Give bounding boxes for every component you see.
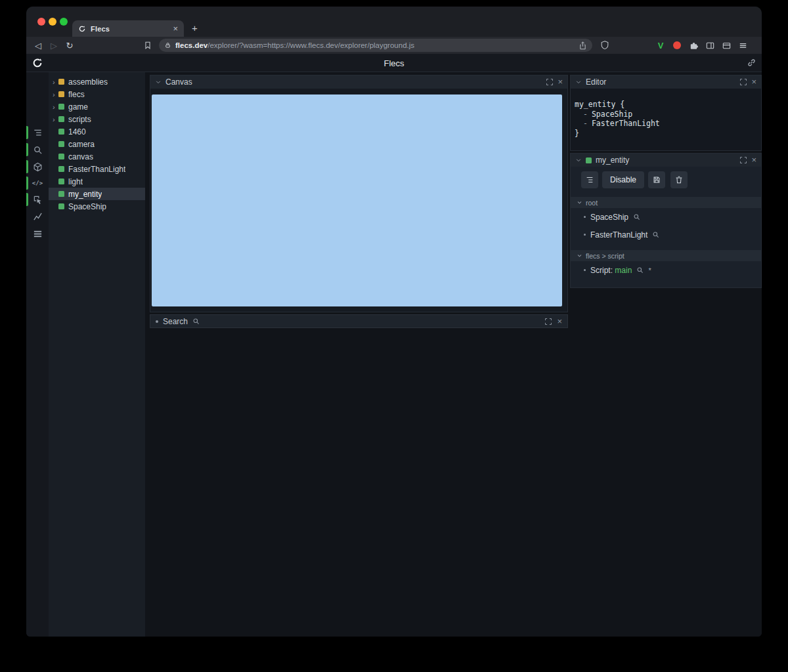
chevron-right-icon[interactable]: › <box>53 104 58 110</box>
entity-color-chip <box>58 191 64 197</box>
wallet-icon[interactable] <box>721 40 732 51</box>
section-flecs-script[interactable]: flecs > script <box>571 250 761 261</box>
search-icon <box>192 318 200 325</box>
canvas-view-button[interactable] <box>26 160 49 173</box>
chevron-down-icon[interactable] <box>577 253 582 259</box>
zoom-window-button[interactable] <box>60 18 68 26</box>
inspect-view-button[interactable] <box>26 193 49 206</box>
browser-tab[interactable]: Flecs × <box>72 20 184 37</box>
entity-color-chip <box>58 166 64 172</box>
menu-icon[interactable] <box>737 40 748 51</box>
script-asterisk-icon[interactable]: * <box>648 266 651 274</box>
close-icon[interactable]: × <box>751 156 756 164</box>
close-icon[interactable]: × <box>557 318 562 326</box>
tree-item-camera[interactable]: camera <box>49 138 145 150</box>
expand-icon[interactable] <box>739 156 747 164</box>
tree-item-flecs[interactable]: › flecs <box>49 88 145 100</box>
canvas-body <box>150 89 567 312</box>
active-indicator <box>26 126 28 139</box>
page-title: Flecs <box>26 54 762 72</box>
disable-button[interactable]: Disable <box>602 171 644 188</box>
search-view-button[interactable] <box>26 143 49 156</box>
search-icon[interactable] <box>636 266 644 274</box>
component-spaceship[interactable]: SpaceShip <box>571 208 761 226</box>
search-icon[interactable] <box>633 213 640 220</box>
url-text: flecs.dev/explorer/?wasm=https://www.fle… <box>175 41 575 49</box>
search-panel[interactable]: Search × <box>150 314 568 328</box>
search-icon[interactable] <box>652 231 659 238</box>
browser-window: Flecs × + ◁ ▷ ↻ flecs.dev/explorer/?wasm… <box>26 7 762 637</box>
entity-color-chip <box>58 129 64 135</box>
tree-item-light[interactable]: light <box>49 175 145 188</box>
shield-icon[interactable] <box>600 40 609 50</box>
script-view-button[interactable]: </> <box>26 177 49 190</box>
entity-color-chip <box>58 104 64 110</box>
tree-item-scripts[interactable]: › scripts <box>49 113 145 125</box>
panel-title: Canvas <box>165 77 192 87</box>
tree-item-1460[interactable]: 1460 <box>49 125 145 138</box>
tree-item-game[interactable]: › game <box>49 100 145 113</box>
tree-item-label: game <box>68 102 88 112</box>
extension-bar: V <box>655 40 748 51</box>
entity-inspector-body: Disable root SpaceShip <box>571 167 761 287</box>
code-line: -SpaceShip <box>575 110 761 119</box>
tree-item-label: my_entity <box>68 190 102 199</box>
bookmark-icon[interactable] <box>141 37 154 54</box>
close-icon[interactable]: × <box>751 78 756 86</box>
stats-view-button[interactable] <box>26 210 49 223</box>
component-script-main[interactable]: Script: main * <box>571 261 761 279</box>
queries-view-button[interactable] <box>26 227 49 240</box>
tree-item-label: assemblies <box>68 77 108 87</box>
back-button[interactable]: ◁ <box>32 37 45 54</box>
tab-strip: Flecs × + <box>26 7 762 37</box>
code-line: } <box>575 129 761 138</box>
tree-item-canvas[interactable]: canvas <box>49 150 145 163</box>
puzzle-icon[interactable] <box>688 40 699 51</box>
section-root[interactable]: root <box>571 197 761 208</box>
chevron-down-icon[interactable] <box>575 157 582 163</box>
save-button[interactable] <box>648 171 665 188</box>
sidebar-toggle-icon[interactable] <box>705 40 715 51</box>
tree-item-assemblies[interactable]: › assemblies <box>49 75 145 88</box>
render-canvas[interactable] <box>152 94 562 306</box>
component-fasterthanlight[interactable]: FasterThanLight <box>571 226 761 243</box>
chevron-right-icon[interactable]: › <box>53 91 58 98</box>
tree-view-button[interactable] <box>581 171 598 188</box>
chevron-down-icon[interactable] <box>575 79 582 85</box>
tree-item-fasterthanlight[interactable]: FasterThanLight <box>49 163 145 175</box>
tree-item-my-entity[interactable]: my_entity <box>49 188 145 200</box>
tree-item-label: camera <box>68 140 95 149</box>
active-indicator <box>26 177 28 190</box>
extension-v-icon[interactable]: V <box>655 40 666 51</box>
tab-close-icon[interactable]: × <box>173 24 178 33</box>
reload-button[interactable]: ↻ <box>63 37 76 54</box>
expand-icon[interactable] <box>739 78 747 86</box>
tab-title: Flecs <box>91 25 168 33</box>
chevron-down-icon[interactable] <box>577 200 582 205</box>
link-icon[interactable] <box>747 58 756 68</box>
lock-icon[interactable] <box>164 41 171 49</box>
entity-color-chip <box>58 203 64 209</box>
url-bar[interactable]: flecs.dev/explorer/?wasm=https://www.fle… <box>159 39 592 52</box>
tree-item-label: light <box>68 177 83 186</box>
canvas-panel: Canvas × <box>150 75 568 312</box>
expand-icon[interactable] <box>544 318 552 326</box>
share-icon[interactable] <box>579 41 587 50</box>
delete-button[interactable] <box>670 171 688 188</box>
code-editor[interactable]: my_entity { -SpaceShip -FasterThanLight … <box>571 89 761 150</box>
code-line: -FasterThanLight <box>575 119 761 129</box>
new-tab-button[interactable]: + <box>192 22 198 34</box>
entity-color-chip <box>58 91 64 97</box>
chevron-down-icon[interactable] <box>155 79 162 85</box>
forward-button[interactable]: ▷ <box>47 37 60 54</box>
outline-view-button[interactable] <box>26 126 49 139</box>
expand-icon[interactable] <box>546 78 554 86</box>
extension-red-icon[interactable] <box>673 41 681 49</box>
close-window-button[interactable] <box>37 18 45 26</box>
close-icon[interactable]: × <box>558 78 563 86</box>
section-title: flecs > script <box>586 252 624 260</box>
chevron-right-icon[interactable]: › <box>53 116 58 123</box>
chevron-right-icon[interactable]: › <box>53 79 58 85</box>
minimize-window-button[interactable] <box>49 18 56 26</box>
tree-item-spaceship[interactable]: SpaceShip <box>49 200 145 213</box>
